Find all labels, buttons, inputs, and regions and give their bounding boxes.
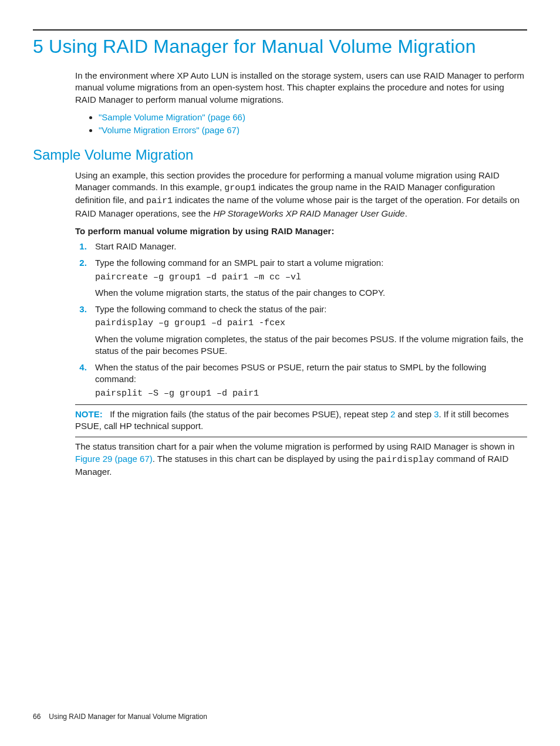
toc-link-errors[interactable]: "Volume Migration Errors" (page 67): [99, 125, 239, 135]
step-3: Type the following command to check the …: [89, 303, 527, 357]
steps-list: Start RAID Manager. Type the following c…: [75, 241, 527, 400]
figure-link[interactable]: Figure 29 (page 67): [75, 454, 153, 464]
text-fragment: .: [405, 208, 407, 218]
divider-before-note: [75, 404, 527, 405]
toc-item: "Volume Migration Errors" (page 67): [99, 124, 527, 136]
text-fragment: . The statuses in this chart can be disp…: [153, 454, 376, 464]
step-link-2[interactable]: 2: [390, 409, 395, 419]
step-after: When the volume migration starts, the st…: [95, 288, 385, 298]
step-4: When the status of the pair becomes PSUS…: [89, 362, 527, 400]
step-link-3[interactable]: 3: [434, 409, 438, 419]
section-intro: Using an example, this section provides …: [75, 170, 527, 220]
toc-item: "Sample Volume Migration" (page 66): [99, 112, 527, 123]
step-text: Start RAID Manager.: [95, 241, 176, 251]
step-2: Type the following command for an SMPL p…: [89, 257, 527, 299]
command-pairsplit: pairsplit –S –g group1 –d pair1: [95, 388, 527, 400]
chapter-title: 5 Using RAID Manager for Manual Volume M…: [33, 34, 527, 59]
intro-paragraph: In the environment where XP Auto LUN is …: [75, 70, 527, 106]
toc-link-sample[interactable]: "Sample Volume Migration" (page 66): [99, 112, 245, 122]
note-label: NOTE:: [75, 409, 103, 419]
toc-list: "Sample Volume Migration" (page 66) "Vol…: [75, 112, 527, 137]
page-footer: 66Using RAID Manager for Manual Volume M…: [33, 712, 207, 721]
code-group1: group1: [224, 183, 256, 193]
chapter-intro-block: In the environment where XP Auto LUN is …: [75, 70, 527, 136]
step-text: Type the following command to check the …: [95, 304, 326, 314]
section-title-sample: Sample Volume Migration: [33, 146, 527, 164]
footer-title: Using RAID Manager for Manual Volume Mig…: [49, 713, 207, 721]
note-text: If the migration fails (the status of th…: [110, 409, 390, 419]
step-text: When the status of the pair becomes PSUS…: [95, 362, 486, 384]
text-fragment: The status transition chart for a pair w…: [75, 441, 515, 451]
divider-after-note: [75, 437, 527, 437]
step-1: Start RAID Manager.: [89, 241, 527, 252]
page-number: 66: [33, 713, 41, 721]
code-pair1: pair1: [146, 196, 173, 206]
step-after: When the volume migration completes, the…: [95, 334, 524, 356]
step-text: Type the following command for an SMPL p…: [95, 258, 383, 268]
note-block: NOTE: If the migration fails (the status…: [75, 409, 527, 433]
top-rule: [33, 29, 527, 31]
procedure-heading: To perform manual volume migration by us…: [75, 225, 527, 237]
code-pairdisplay: pairdisplay: [376, 455, 434, 465]
section-body: Using an example, this section provides …: [75, 170, 527, 478]
closing-paragraph: The status transition chart for a pair w…: [75, 441, 527, 478]
reference-title: HP StorageWorks XP RAID Manager User Gui…: [213, 208, 405, 218]
command-paircreate: paircreate –g group1 –d pair1 –m cc –vl: [95, 272, 527, 283]
command-pairdisplay: pairdisplay –g group1 –d pair1 -fcex: [95, 318, 527, 329]
note-text: and step: [395, 409, 434, 419]
